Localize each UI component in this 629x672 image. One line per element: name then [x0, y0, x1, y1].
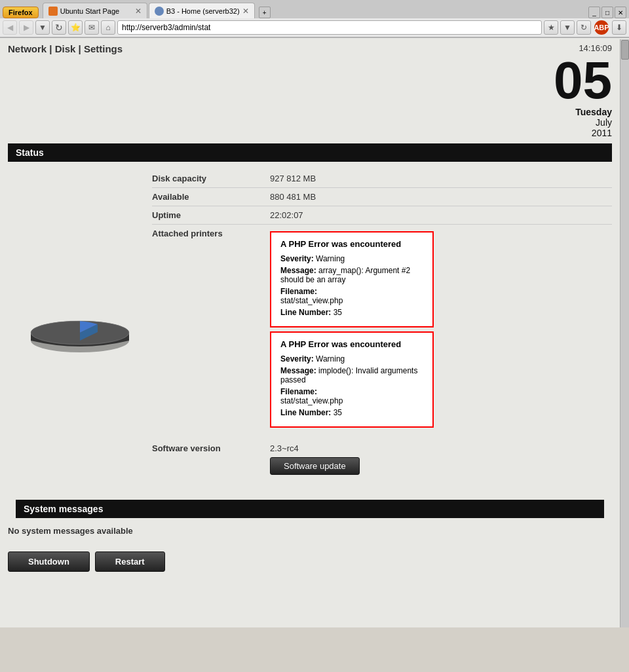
back-button[interactable]: ◀ — [3, 20, 17, 35]
php-error-1-filename-label: Filename: — [280, 287, 317, 296]
available-row: Available 880 481 MB — [152, 188, 612, 206]
scrollbar-track[interactable] — [620, 39, 629, 627]
system-messages-title: System messages — [24, 504, 103, 514]
php-error-1: A PHP Error was encountered Severity: Wa… — [270, 231, 434, 327]
uptime-label: Uptime — [152, 210, 270, 220]
tab-ubuntu-close[interactable]: ✕ — [135, 7, 142, 16]
pie-chart — [21, 288, 139, 360]
php-error-2-line: Line Number: 35 — [280, 408, 423, 417]
php-error-2-filename-label: Filename: — [280, 387, 317, 396]
disk-capacity-label: Disk capacity — [152, 174, 270, 183]
php-error-2-severity: Severity: Warning — [280, 354, 423, 364]
system-messages-header: System messages — [16, 500, 604, 518]
php-error-1-filename-value: stat/stat_view.php — [280, 296, 343, 305]
printers-label: Attached printers — [152, 229, 270, 238]
software-version-area: 2.3~rc4 Software update — [270, 443, 360, 475]
printers-row: Attached printers A PHP Error was encoun… — [152, 225, 612, 434]
software-version-value: 2.3~rc4 — [270, 443, 360, 453]
status-area: Disk capacity 927 812 MB Available 880 4… — [8, 162, 612, 487]
calendar-month: July — [554, 117, 612, 128]
php-error-1-severity-value: Warning — [316, 254, 345, 263]
status-header: Status — [8, 143, 612, 162]
system-messages-section: System messages No system messages avail… — [8, 500, 612, 572]
clock-calendar: 14:16:09 05 Tuesday July 2011 — [554, 43, 612, 138]
available-label: Available — [152, 192, 270, 202]
php-error-1-message-label: Message: — [280, 266, 316, 275]
php-error-2-severity-value: Warning — [316, 354, 345, 364]
php-error-1-line: Line Number: 35 — [280, 308, 423, 317]
calendar-year: 2011 — [554, 128, 612, 138]
minimize-button[interactable]: _ — [588, 7, 600, 18]
restart-button[interactable]: Restart — [95, 551, 165, 572]
top-nav: Network | Disk | Settings 14:16:09 05 Tu… — [0, 38, 620, 143]
status-header-label: Status — [16, 147, 44, 158]
php-errors-container: A PHP Error was encountered Severity: Wa… — [270, 229, 434, 430]
extension-button[interactable]: ⬇ — [612, 20, 626, 35]
php-error-1-line-label: Line Number: — [280, 308, 331, 317]
php-error-1-severity-label: Severity: — [280, 254, 314, 263]
no-messages-text: No system messages available — [8, 518, 612, 544]
nav-bar: ◀ ▶ ▼ ↻ ⭐ ✉ ⌂ ★ ▼ ↻ ABP ⬇ — [0, 18, 629, 37]
tab-ubuntu-icon — [48, 7, 58, 16]
uptime-value: 22:02:07 — [270, 210, 303, 220]
new-tab-button[interactable]: + — [259, 7, 271, 18]
disk-capacity-row: Disk capacity 927 812 MB — [152, 170, 612, 188]
restore-button[interactable]: □ — [601, 7, 613, 18]
nav-links: Network | Disk | Settings — [8, 43, 123, 54]
compose-button[interactable]: ✉ — [85, 20, 99, 35]
pie-chart-container — [8, 170, 152, 479]
shutdown-button[interactable]: Shutdown — [8, 551, 90, 572]
close-button[interactable]: ✕ — [615, 7, 626, 18]
bookmark-button[interactable]: ★ — [544, 20, 558, 35]
php-error-2: A PHP Error was encountered Severity: Wa… — [270, 331, 434, 428]
php-error-2-title: A PHP Error was encountered — [280, 339, 423, 349]
home-button[interactable]: ⌂ — [101, 20, 115, 35]
reload-button[interactable]: ↻ — [577, 20, 591, 35]
php-error-1-line-value: 35 — [334, 308, 342, 317]
calendar-day: 05 — [554, 54, 612, 107]
addon-icon: ABP — [594, 20, 609, 35]
php-error-2-line-label: Line Number: — [280, 408, 331, 417]
tab-b3[interactable]: B3 - Home (serverb32) ✕ — [149, 3, 255, 18]
tab-b3-label: B3 - Home (serverb32) — [166, 7, 240, 15]
php-error-2-line-value: 35 — [334, 408, 342, 417]
scrollbar-thumb[interactable] — [621, 40, 629, 60]
tab-b3-icon — [155, 7, 164, 16]
software-version-label: Software version — [152, 443, 270, 453]
disk-capacity-value: 927 812 MB — [270, 174, 316, 183]
php-error-2-severity-label: Severity: — [280, 354, 314, 364]
firefox-button[interactable]: Firefox — [3, 7, 39, 18]
php-error-1-title: A PHP Error was encountered — [280, 239, 423, 249]
refresh-button[interactable]: ↻ — [52, 20, 66, 35]
address-bar[interactable] — [117, 20, 542, 35]
software-update-button[interactable]: Software update — [270, 457, 360, 475]
action-buttons: Shutdown Restart — [8, 551, 612, 572]
tab-ubuntu[interactable]: Ubuntu Start Page ✕ — [43, 3, 147, 18]
tab-ubuntu-label: Ubuntu Start Page — [60, 7, 120, 15]
nav-links-text: Network | Disk | Settings — [8, 43, 123, 54]
available-value: 880 481 MB — [270, 192, 316, 202]
php-error-1-severity: Severity: Warning — [280, 254, 423, 263]
uptime-row: Uptime 22:02:07 — [152, 206, 612, 225]
php-error-2-message-label: Message: — [280, 366, 316, 375]
nav-dropdown[interactable]: ▼ — [560, 20, 575, 35]
more-button[interactable]: ▼ — [35, 20, 50, 35]
php-error-1-message: Message: array_map(): Argument #2 should… — [280, 266, 423, 284]
software-version-row: Software version 2.3~rc4 Software update — [152, 439, 612, 479]
php-error-2-filename-value: stat/stat_view.php — [280, 396, 343, 405]
stats-table: Disk capacity 927 812 MB Available 880 4… — [152, 170, 612, 479]
tab-b3-close[interactable]: ✕ — [242, 7, 249, 16]
php-error-2-filename: Filename: stat/stat_view.php — [280, 387, 423, 405]
tab-bar: Firefox Ubuntu Start Page ✕ B3 - Home (s… — [0, 0, 629, 18]
php-error-2-message: Message: implode(): Invalid arguments pa… — [280, 366, 423, 384]
bookmark-star[interactable]: ⭐ — [68, 20, 83, 35]
php-error-1-filename: Filename: stat/stat_view.php — [280, 287, 423, 305]
forward-button[interactable]: ▶ — [19, 20, 33, 35]
